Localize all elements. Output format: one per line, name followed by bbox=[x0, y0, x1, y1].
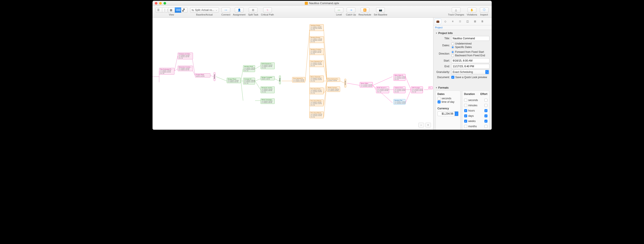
task-demo-video[interactable]: Demo VideoStart 11/10/15, 6:40 PMEnd 11/… bbox=[360, 82, 373, 88]
level-button[interactable]: ▭ bbox=[335, 8, 343, 13]
title-label: Title: bbox=[436, 37, 451, 40]
inspect-label: Inspect bbox=[480, 13, 488, 16]
quicklook-checkbox[interactable]: Save a Quick Look preview bbox=[451, 76, 490, 79]
task-develop-enemy[interactable]: Develop Enemy Pathin...Start 10/9/15, 11… bbox=[310, 36, 324, 43]
disclosure-triangle-icon[interactable]: ▼ bbox=[436, 87, 438, 89]
task-interface-polish[interactable]: Interface Polish PassStart 9/29/15, 6:48… bbox=[310, 24, 324, 31]
task-concept-art-push[interactable]: Concept Art Push Start 9/25/15, 6:48 PM … bbox=[243, 78, 255, 85]
duration-hours-checkbox[interactable]: hours bbox=[464, 109, 475, 112]
task-capture-footage[interactable]: Capture Footage from...Start 11/12/15, 6… bbox=[394, 86, 406, 93]
seconds-checkbox[interactable]: seconds bbox=[438, 97, 458, 100]
inspector-tab-milestones[interactable]: ◇ bbox=[442, 19, 449, 24]
task-plan-estimated[interactable]: Plan Estimated Project... Start 9/16/15,… bbox=[159, 68, 174, 75]
reschedule-label: Reschedule bbox=[359, 13, 371, 16]
milestone-first-vertical[interactable]: First Ver... bbox=[344, 79, 346, 88]
task-core-character[interactable]: Core Character ArtStart 9/29/15, 6:40 PM… bbox=[310, 60, 324, 67]
currency-input[interactable] bbox=[438, 111, 455, 116]
violations-button[interactable]: ✋ bbox=[468, 8, 476, 13]
view-mode-network[interactable]: ⊟⊟ bbox=[175, 8, 181, 13]
task-write-script[interactable]: Write Video ScriptStart 9/16/15, 11:00 A… bbox=[394, 74, 406, 81]
inspect-button[interactable]: ⓘ bbox=[480, 8, 488, 13]
duration-days-checkbox[interactable]: days bbox=[464, 114, 474, 117]
task-edit-footage[interactable]: Edit Footage to Theme...Start 11/12/15, … bbox=[411, 86, 423, 93]
task-build-version[interactable]: Build Version for Video...Start 11/10/15… bbox=[376, 86, 389, 93]
effort-seconds-checkbox[interactable] bbox=[484, 99, 488, 102]
task-media-campaign[interactable]: Media Campaign Phas... Start 9/22/15, 6:… bbox=[260, 98, 275, 104]
task-additional[interactable]: Ad... bbox=[428, 86, 433, 89]
effort-weeks-checkbox[interactable] bbox=[484, 120, 488, 123]
document-icon bbox=[305, 2, 308, 5]
start-input[interactable] bbox=[451, 58, 490, 63]
critical-path-button[interactable]: ↯ bbox=[263, 8, 272, 13]
task-first-zone-monster-ani[interactable]: First Zone Monster Ani...Start 10/27/15,… bbox=[310, 112, 324, 118]
delta-icon: △ bbox=[455, 9, 457, 12]
disclosure-triangle-icon[interactable]: ▼ bbox=[436, 32, 438, 34]
end-input[interactable] bbox=[451, 64, 490, 69]
network-canvas[interactable]: Plan Estimated Project... Start 9/16/15,… bbox=[152, 18, 433, 130]
duration-seconds-checkbox[interactable]: seconds bbox=[464, 99, 478, 102]
duration-weeks-checkbox[interactable]: weeks bbox=[464, 120, 476, 123]
connect-button[interactable]: ⊶ bbox=[222, 8, 230, 13]
grid-icon: ⊞ bbox=[474, 20, 476, 23]
layers-icon: ≡ bbox=[452, 20, 454, 23]
view-mode-2[interactable]: ⋮⋮ bbox=[162, 8, 168, 13]
task-design-complete[interactable]: Design Complete 9/29/15, 6:48 PM bbox=[260, 76, 275, 80]
task-first-zone-monster[interactable]: First Zone Monster ArtStart 9/29/15, 6:4… bbox=[310, 100, 324, 106]
duration-minutes-checkbox[interactable]: minutes bbox=[464, 104, 478, 107]
track-changes-button[interactable]: △ bbox=[452, 8, 460, 13]
task-research-evaluate[interactable]: Research and Evaluat... Start 9/25/15, 6… bbox=[260, 86, 275, 93]
zoom-in-button[interactable]: + bbox=[425, 123, 431, 127]
currency-field[interactable]: ⌄ bbox=[438, 111, 458, 116]
catch-up-button[interactable]: ⇥ bbox=[347, 8, 355, 13]
dates-specific-radio[interactable]: Specific Dates bbox=[451, 46, 490, 49]
effort-minutes-checkbox[interactable] bbox=[484, 104, 488, 107]
task-first-vertical-slice[interactable]: First Vertical Slice Start 9/29/15, 6:48… bbox=[292, 77, 305, 83]
task-interface-push[interactable]: Interface Push Start 9/25/15, 6:48 PM En… bbox=[243, 65, 255, 72]
direction-backward-radio[interactable]: Backward from Fixed End bbox=[451, 54, 490, 57]
inspector-tab-project[interactable]: 💼 bbox=[435, 19, 441, 24]
reschedule-button[interactable]: ⏩ bbox=[360, 8, 369, 13]
task-project-pitch[interactable]: Project Pitch 9/21/15, 6:40 PM bbox=[195, 73, 210, 78]
effort-heading: Effort bbox=[480, 93, 488, 96]
inspector-tab-resource[interactable]: �⃝ bbox=[457, 19, 464, 24]
view-mode-3[interactable]: ▦ bbox=[168, 8, 175, 13]
currency-dropdown[interactable]: ⌄ bbox=[455, 111, 458, 116]
inspector-tab-styles[interactable]: ≡ bbox=[450, 19, 456, 24]
baseline-dropdown[interactable]: ⇆ Split: Actual vs... ⌄ bbox=[190, 8, 219, 13]
title-input[interactable] bbox=[451, 36, 490, 41]
task-first-zone-env[interactable]: First Zone Environment...Start 9/29/15, … bbox=[310, 88, 324, 94]
effort-hours-checkbox[interactable] bbox=[484, 109, 488, 112]
effort-days-checkbox[interactable] bbox=[484, 114, 488, 117]
set-baseline-button[interactable]: 📷 bbox=[376, 8, 385, 13]
task-design-phase[interactable]: Design Phase Start 9/22/15, 6:40 PM End … bbox=[227, 78, 241, 83]
view-mode-5[interactable]: ▞ bbox=[181, 8, 188, 13]
inspector-tab-doc[interactable]: 🗎 bbox=[479, 19, 486, 24]
time-of-day-checkbox[interactable]: time of day bbox=[438, 100, 458, 103]
task-determine-contractor[interactable]: Determine Contractor... Start 9/18/15, 6… bbox=[178, 66, 193, 71]
task-first-vs-complete[interactable]: First Vertical Slice Com...11/10/15, 6:4… bbox=[327, 78, 340, 82]
baseline-label: Baseline/Actual bbox=[196, 13, 213, 16]
task-build-sample[interactable]: Build Sample In-Engine... Start 9/25/15,… bbox=[260, 62, 275, 69]
view-mode-1[interactable]: ☰ bbox=[156, 8, 162, 13]
task-develop-combat[interactable]: Develop Combat Engin...Start 9/29/15, 6:… bbox=[310, 48, 324, 55]
split-task-button[interactable]: ⊟ bbox=[249, 8, 258, 13]
milestone-design[interactable]: Design bbox=[279, 76, 281, 84]
granularity-select[interactable]: Exact Scheduling⌃⌄ bbox=[451, 70, 490, 74]
view-group: ☰ ⋮⋮ ▦ ⊟⊟ ▞ View bbox=[156, 8, 188, 16]
inspector-tab-table[interactable]: ⊞ bbox=[472, 19, 478, 24]
effort-months-checkbox[interactable] bbox=[484, 125, 488, 128]
inspector-tab-custom[interactable]: ◫ bbox=[464, 19, 471, 24]
dates-undetermined-radio[interactable]: Undetermined bbox=[451, 42, 490, 45]
milestone-planning[interactable]: Planning bbox=[214, 72, 216, 81]
task-evaluate-select[interactable]: Evaluate and Select M... Start 9/18/15, … bbox=[178, 53, 193, 59]
duration-months-checkbox[interactable]: months bbox=[464, 125, 477, 128]
track-changes-label: Track Changes bbox=[448, 13, 464, 16]
assignment-label: Assignment bbox=[233, 13, 246, 16]
zoom-out-button[interactable]: − bbox=[418, 123, 424, 127]
task-develop-theme[interactable]: Develop Theme Music...Start 9/16/15, 11:… bbox=[394, 99, 406, 105]
titlebar: Nautilus Command.oplx bbox=[152, 1, 492, 6]
direction-forward-radio[interactable]: Forward from Fixed Start bbox=[451, 50, 490, 54]
assignment-button[interactable]: 👤 bbox=[235, 8, 244, 13]
task-basic-character[interactable]: Basic Character Anima...Start 9/29/15, 6… bbox=[310, 76, 324, 82]
task-media-campaign-2[interactable]: Media Campaign Phas...Start 10/9/15, 6:4… bbox=[327, 86, 340, 92]
